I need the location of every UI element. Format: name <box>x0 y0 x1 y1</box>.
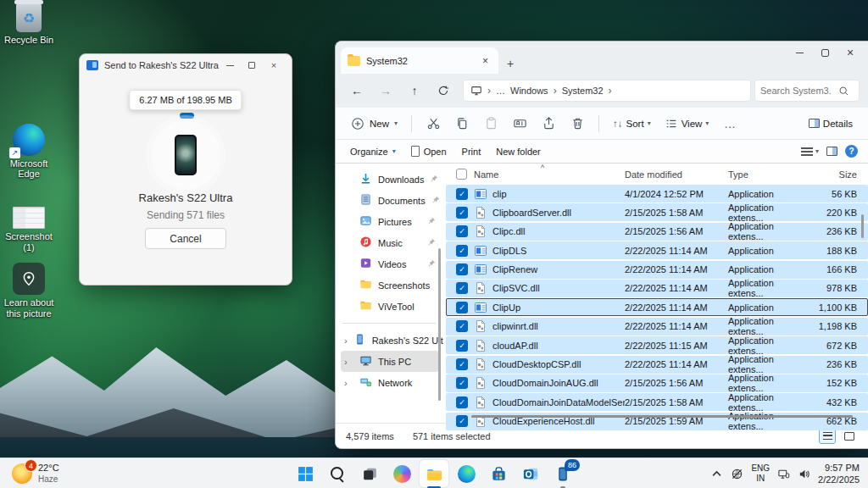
row-checkbox[interactable]: ✓ <box>456 245 468 257</box>
column-header-date-modified[interactable]: Date modified <box>625 169 728 180</box>
row-checkbox[interactable]: ✓ <box>456 415 468 427</box>
desktop-icon-screenshot[interactable]: Screenshot (1) <box>2 202 56 252</box>
column-header-type[interactable]: Type <box>728 169 808 180</box>
file-row[interactable]: ✓ cloudAP.dll 2/22/2025 11:15 AM Applica… <box>446 336 868 354</box>
sidebar-item-downloads[interactable]: Downloads <box>341 169 439 190</box>
row-checkbox[interactable]: ✓ <box>456 320 468 332</box>
new-tab-button[interactable]: + <box>498 57 522 74</box>
select-all-checkbox[interactable] <box>456 169 467 180</box>
minimize-button[interactable] <box>219 57 241 74</box>
tab-system32[interactable]: System32 × <box>341 47 498 74</box>
search-input[interactable] <box>760 86 838 96</box>
open-button[interactable]: Open <box>403 146 454 157</box>
organize-button[interactable]: Organize ▾ <box>342 147 403 157</box>
file-row[interactable]: ✓ ClipUp 2/22/2025 11:14 AM Application … <box>446 298 868 316</box>
column-header-name[interactable]: Name <box>474 169 625 180</box>
row-checkbox[interactable]: ✓ <box>456 396 468 408</box>
edge-button[interactable] <box>452 460 481 487</box>
forward-button[interactable]: → <box>373 79 398 103</box>
hidden-icons-button[interactable] <box>710 468 723 480</box>
details-view-toggle[interactable] <box>819 429 836 444</box>
delete-button[interactable] <box>563 111 592 136</box>
file-row[interactable]: ✓ Clipc.dll 2/15/2025 1:56 AM Applicatio… <box>446 223 868 241</box>
network-indicator[interactable] <box>777 468 790 480</box>
microsoft-store-button[interactable] <box>484 460 513 487</box>
sidebar-item-documents[interactable]: Documents <box>341 190 439 211</box>
row-checkbox[interactable]: ✓ <box>456 377 468 389</box>
close-button[interactable]: × <box>837 42 863 64</box>
cancel-button[interactable]: Cancel <box>145 228 226 249</box>
sidebar-item-network[interactable]: › Network <box>341 372 439 393</box>
row-checkbox[interactable]: ✓ <box>456 358 468 370</box>
desktop-icon-learn-about-picture[interactable]: Learn about this picture <box>2 263 56 319</box>
vertical-scrollbar[interactable] <box>861 214 864 238</box>
sidebar-item-vivetool[interactable]: ViVeTool <box>341 296 439 317</box>
weather-widget[interactable]: 4 22°C Haze <box>7 461 64 486</box>
minimize-button[interactable] <box>787 42 812 64</box>
sidebar-item-videos[interactable]: Videos <box>341 253 439 274</box>
change-view-button[interactable]: ▾ <box>801 147 819 156</box>
volume-indicator[interactable] <box>798 468 810 480</box>
new-folder-button[interactable]: New folder <box>488 147 548 157</box>
back-button[interactable]: ← <box>344 79 370 103</box>
rename-button[interactable] <box>505 111 534 136</box>
details-pane-button[interactable]: Details <box>802 119 860 129</box>
desktop-icon-recycle-bin[interactable]: ♻ Recycle Bin <box>2 3 56 46</box>
maximize-button[interactable] <box>241 57 263 74</box>
file-row[interactable]: ✓ clipwinrt.dll 2/22/2025 11:14 AM Appli… <box>446 318 868 336</box>
search-box[interactable] <box>754 80 860 102</box>
file-explorer-button[interactable] <box>420 460 448 487</box>
maximize-button[interactable] <box>812 42 837 64</box>
sort-button[interactable]: ↑↓ Sort ▾ <box>606 119 658 129</box>
sidebar-item-this-pc[interactable]: › This PC <box>341 351 439 372</box>
more-options-button[interactable]: … <box>715 111 744 136</box>
file-row[interactable]: ✓ ClipSVC.dll 2/22/2025 11:14 AM Applica… <box>446 280 868 297</box>
file-row[interactable]: ✓ clip 4/1/2024 12:52 PM Application 56 … <box>446 185 868 202</box>
cut-button[interactable] <box>419 111 448 136</box>
horizontal-scrollbar[interactable] <box>471 415 853 418</box>
view-button[interactable]: View ▾ <box>658 117 716 130</box>
task-view-button[interactable] <box>355 460 384 487</box>
file-row[interactable]: ✓ ClipDLS 2/22/2025 11:14 AM Application… <box>446 241 868 259</box>
preview-pane-icon[interactable] <box>826 147 837 156</box>
sidebar-item-music[interactable]: Music <box>341 232 439 253</box>
column-header-size[interactable]: Size <box>808 169 857 180</box>
breadcrumb-ellipsis[interactable]: … <box>496 86 505 96</box>
file-row[interactable]: ✓ CloudDomainJoinAUG.dll 2/15/2025 1:56 … <box>446 374 868 392</box>
share-button[interactable] <box>534 111 563 136</box>
print-button[interactable]: Print <box>454 147 489 157</box>
copilot-button[interactable] <box>387 460 416 487</box>
breadcrumb-item-system32[interactable]: System32 <box>562 86 604 96</box>
row-checkbox[interactable]: ✓ <box>456 282 468 294</box>
paste-button[interactable] <box>476 111 505 136</box>
file-row[interactable]: ✓ ClipRenew 2/22/2025 11:14 AM Applicati… <box>446 261 868 279</box>
up-button[interactable]: ↑ <box>402 79 427 103</box>
outlook-button[interactable] <box>516 460 545 487</box>
language-indicator[interactable]: ENG IN <box>751 463 770 484</box>
refresh-button[interactable] <box>431 79 456 103</box>
file-row[interactable]: ✓ CloudDomainJoinDataModelServer.dll 2/1… <box>446 393 868 411</box>
row-checkbox[interactable]: ✓ <box>456 302 468 313</box>
sidebar-item-screenshots[interactable]: Screenshots <box>341 274 439 296</box>
copy-button[interactable] <box>448 111 476 136</box>
desktop-icon-edge[interactable]: ↗ Microsoft Edge <box>2 124 56 180</box>
file-row[interactable]: ✓ CloudDesktopCSP.dll 2/22/2025 11:14 AM… <box>446 356 868 374</box>
row-checkbox[interactable]: ✓ <box>456 188 468 200</box>
clock[interactable]: 9:57 PM 2/22/2025 <box>818 462 863 486</box>
breadcrumb[interactable]: › … Windows › System32 › <box>463 80 751 102</box>
file-row[interactable]: ✓ ClipboardServer.dll 2/15/2025 1:58 AM … <box>446 203 868 221</box>
row-checkbox[interactable]: ✓ <box>456 207 468 219</box>
tab-close-icon[interactable]: × <box>479 55 492 67</box>
breadcrumb-item-windows[interactable]: Windows <box>510 86 548 96</box>
sidebar-item-rakesh-s-s22-ult[interactable]: › Rakesh's S22 Ult <box>341 330 439 351</box>
row-checkbox[interactable]: ✓ <box>456 225 468 237</box>
large-icons-view-toggle[interactable] <box>841 429 858 444</box>
new-button[interactable]: New ▾ <box>344 117 404 130</box>
close-button[interactable]: × <box>263 57 285 74</box>
phone-link-button[interactable]: 86 <box>548 460 577 487</box>
help-button[interactable]: ? <box>845 145 858 158</box>
no-internet-indicator[interactable] <box>731 468 743 480</box>
start-button[interactable] <box>291 460 320 487</box>
row-checkbox[interactable]: ✓ <box>456 340 468 352</box>
row-checkbox[interactable]: ✓ <box>456 263 468 275</box>
